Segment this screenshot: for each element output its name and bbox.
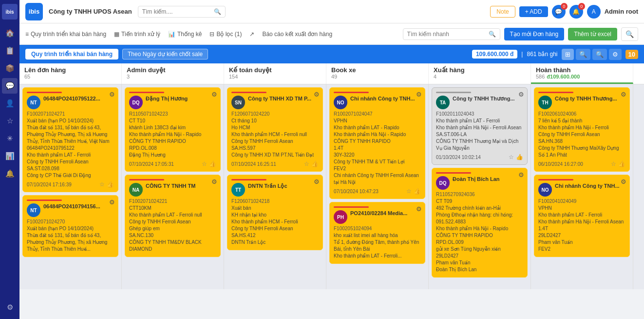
card-like-1-0[interactable]: 👍: [209, 160, 216, 167]
app-logo: ibis: [25, 3, 43, 20]
active-tab-button[interactable]: Quy trình triển khai bán hàng: [25, 49, 118, 60]
toolbar-quy-trinh[interactable]: ≡ Quy trình triển khai bán hàng: [25, 31, 106, 38]
card-avatar-1-0: DQ: [129, 96, 143, 109]
card-info-3-0: VPHNKho thành phẩm LAT - RapidoKho thành…: [334, 118, 421, 186]
card-1-0[interactable]: ⚙ DQ Đặng Thị Hương R1105071024223 CT T1…: [125, 87, 221, 172]
card-id-5-0: Công ty TNHH Thương...: [555, 96, 625, 102]
card-ref-3-0: R1002071024047: [334, 111, 421, 117]
card-gear-icon-0-1[interactable]: ⚙: [109, 199, 115, 206]
card-ref-0-1: F1002071024270: [27, 219, 114, 224]
card-id-0-1: 06484PO2410794156...: [43, 203, 114, 209]
card-star-5-0[interactable]: ☆: [611, 160, 616, 167]
card-info-1-0: CT T10khánh Linh 138C3 đại kimKho thành …: [129, 118, 216, 159]
filter-tag[interactable]: Theo Ngày dự kiến chốt sale: [122, 49, 208, 60]
card-avatar-5-1: NO: [538, 183, 552, 197]
sidebar-icon-bell[interactable]: 🔔: [2, 166, 18, 181]
card-star-3-0[interactable]: ☆: [406, 188, 412, 195]
filter-icon: ⊟: [209, 31, 214, 38]
toolbar-thong-ke-label: Thống kê: [177, 31, 202, 38]
card-gear-icon-4-0[interactable]: ⚙: [518, 91, 524, 98]
card-star-0-0[interactable]: ☆: [99, 181, 105, 188]
quick-search-box[interactable]: 🔍: [403, 28, 500, 40]
card-0-0[interactable]: ⚙ NT 06484PO2410795122... F1002071024271…: [22, 87, 118, 192]
sidebar-icon-home[interactable]: 🏠: [2, 25, 18, 41]
card-like-4-0[interactable]: 👍: [516, 154, 523, 160]
add-button[interactable]: + ADD: [519, 6, 548, 17]
card-like-2-0[interactable]: 👍: [311, 160, 319, 167]
total-records: 861 bản ghi: [527, 51, 557, 58]
card-id-1-1: CÔNG TY TNHH TM: [146, 183, 216, 189]
avatar-circle[interactable]: A: [587, 5, 601, 19]
card-gear-icon-3-0[interactable]: ⚙: [416, 91, 422, 98]
card-star-4-0[interactable]: ☆: [509, 154, 514, 160]
note-button[interactable]: Note: [490, 6, 515, 18]
card-3-1[interactable]: ⚙ PH PO2410/02284 Media... F100205102409…: [329, 202, 425, 264]
card-ref-5-1: F1002041024049: [538, 199, 625, 204]
card-like-5-0[interactable]: 👍: [618, 160, 625, 167]
card-0-1[interactable]: ⚙ NT 06484PO2410794156... F1002071024270…: [22, 195, 118, 257]
create-order-button[interactable]: Tạo mới Đơn hàng: [504, 28, 565, 40]
card-star-2-0[interactable]: ☆: [304, 160, 309, 167]
card-info-4-0: Kho thành phẩm LAT - FerroliKho thành ph…: [436, 118, 523, 152]
card-id-0-0: 06484PO2410795122...: [43, 96, 114, 101]
bell-badge: 0: [578, 3, 585, 10]
sidebar-icon-asterisk[interactable]: ✳: [2, 131, 18, 146]
card-2-1[interactable]: ⚙ TT DNTN Trần Lộc F1206071024218 Xuất b…: [227, 175, 323, 250]
card-avatar-3-0: NO: [334, 96, 347, 109]
card-5-0[interactable]: ⚙ TH Công ty TNHH Thương... F10020610240…: [534, 87, 630, 172]
quick-search-input[interactable]: [407, 31, 486, 38]
col-header-ke-toan-duyet: Kế toán duyệt 154: [224, 63, 326, 84]
card-star-1-0[interactable]: ☆: [202, 160, 207, 167]
toolbar-tien-trinh[interactable]: ▦ Tiến trình xử lý: [114, 31, 160, 38]
global-search-box[interactable]: 🔍: [138, 6, 226, 18]
sidebar-icon-chart[interactable]: 📊: [2, 148, 18, 164]
bell-icon-circle[interactable]: 🔔 0: [569, 5, 583, 19]
col-count-3: 49: [331, 74, 423, 80]
card-2-0[interactable]: ⚙ SN Công ty TNHH XD TM P... F1206071024…: [227, 87, 323, 172]
toolbar-export[interactable]: ↗: [249, 31, 254, 38]
card-gear-icon-3-1[interactable]: ⚙: [416, 205, 422, 213]
card-avatar-2-1: TT: [231, 183, 245, 197]
card-ref-3-1: F1002051024094: [334, 226, 421, 231]
sidebar-icon-star[interactable]: ☆: [2, 113, 18, 129]
kanban-col-0: ⚙ NT 06484PO2410795122... F1002071024271…: [19, 84, 122, 289]
kanban-view-button[interactable]: ⊞: [562, 49, 574, 60]
toolbar-bo-loc[interactable]: ⊟ Bộ lọc (1): [209, 31, 242, 38]
sidebar-icon-user[interactable]: 👤: [2, 96, 18, 111]
card-gear-icon-4-1[interactable]: ⚙: [518, 171, 524, 179]
sidebar-icon-chat[interactable]: 💬: [2, 78, 18, 94]
messages-icon-circle[interactable]: 💬 0: [552, 5, 566, 19]
card-gear-icon-2-0[interactable]: ⚙: [314, 91, 320, 98]
card-gear-icon-5-0[interactable]: ⚙: [621, 91, 626, 98]
count-badge: 10: [625, 50, 638, 59]
card-gear-icon-5-1[interactable]: ⚙: [621, 178, 626, 185]
quick-search-icon: 🔍: [489, 31, 496, 38]
card-like-3-0[interactable]: 👍: [414, 188, 421, 195]
global-search-input[interactable]: [142, 8, 211, 15]
card-gear-icon-1-1[interactable]: ⚙: [211, 178, 217, 185]
col-header-len-don-hang: Lên đơn hàng 65: [19, 63, 122, 84]
card-4-1[interactable]: ⚙ DQ Đoàn Thị Bích Lan R1105270924036 CT…: [432, 168, 528, 278]
card-gear-icon-0-0[interactable]: ⚙: [109, 91, 115, 98]
card-like-0-0[interactable]: 👍: [107, 181, 114, 188]
card-id-3-0: Chi nhánh Công ty TNH...: [350, 96, 421, 101]
zoom-out-button[interactable]: 🔍: [592, 49, 607, 60]
col-count-2: 154: [229, 74, 321, 80]
card-5-1[interactable]: ⚙ NO Chi nhánh Công ty TNH... F100204102…: [534, 175, 630, 257]
card-info-5-1: VPHNKho thành phẩm LAT - FerroliKho thàn…: [538, 205, 625, 253]
sidebar-icon-list[interactable]: 📋: [2, 43, 18, 59]
card-gear-icon-2-1[interactable]: ⚙: [314, 178, 320, 185]
card-1-1[interactable]: ⚙ NA CÔNG TY TNHH TM F1002071024221 CTT1…: [125, 175, 221, 257]
card-gear-icon-1-0[interactable]: ⚙: [211, 91, 217, 98]
toolbar-bao-cao[interactable]: Báo cáo kết xuất đơn hàng: [262, 31, 332, 38]
add-excel-button[interactable]: Thêm từ excel: [568, 28, 617, 40]
card-4-0[interactable]: ⚙ TA Công ty TNHH Thương... F10020110240…: [432, 87, 528, 165]
settings-view-button[interactable]: ⚙: [609, 49, 622, 60]
search-filter-icon-button[interactable]: 🔍: [621, 27, 638, 41]
sidebar-icon-box[interactable]: 📦: [2, 60, 18, 76]
toolbar-thong-ke[interactable]: 📊 Thống kê: [168, 31, 202, 38]
zoom-in-button[interactable]: 🔍: [576, 49, 590, 60]
card-3-0[interactable]: ⚙ NO Chi nhánh Công ty TNH... R100207102…: [329, 87, 425, 199]
card-avatar-4-0: TA: [436, 96, 450, 109]
card-date-4-0: 01/10/2024 10:02:14: [436, 155, 481, 160]
